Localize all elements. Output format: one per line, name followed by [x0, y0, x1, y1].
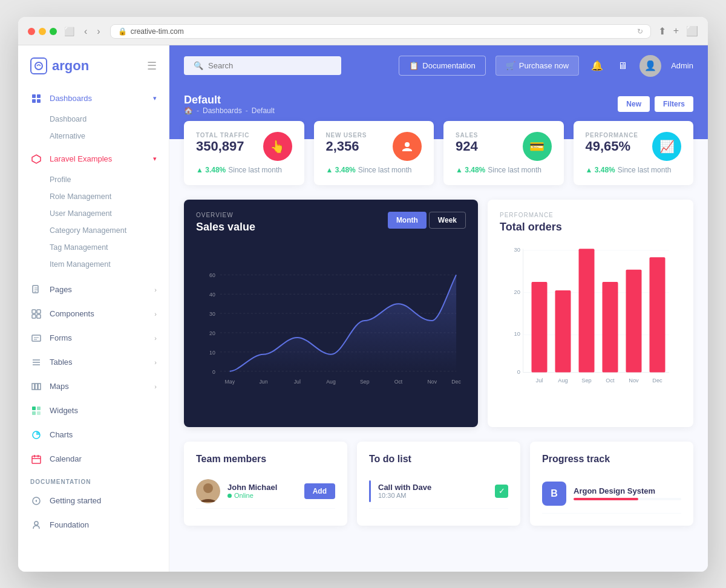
svg-rect-57	[650, 257, 666, 372]
svg-text:Nov: Nov	[427, 378, 437, 384]
member-info: John Michael Online	[227, 483, 297, 499]
svg-text:0: 0	[517, 369, 520, 375]
sidebar-item-category-management[interactable]: Category Management	[18, 222, 169, 239]
dashboards-arrow: ▾	[153, 94, 157, 102]
stat-label-3: PERFORMANCE	[586, 132, 638, 139]
sidebar-item-dashboards[interactable]: Dashboards ▾	[18, 87, 169, 111]
components-arrow: ›	[154, 310, 157, 318]
back-button[interactable]: ‹	[82, 25, 90, 38]
windows-icon[interactable]: ⬜	[686, 25, 698, 37]
breadcrumb-dashboards: Dashboards	[203, 106, 242, 115]
month-toggle-button[interactable]: Month	[388, 212, 427, 229]
laravel-icon	[30, 153, 42, 165]
stat-icon-1	[393, 132, 422, 161]
svg-rect-1	[32, 94, 36, 98]
shield-icon: 🔒	[118, 27, 127, 36]
stats-row: TOTAL TRAFFIC 350,897 👆 ▲ 3.48% Since la…	[184, 121, 693, 185]
sidebar-item-calendar[interactable]: Calendar	[18, 447, 169, 471]
add-member-button[interactable]: Add	[304, 483, 335, 499]
svg-text:Nov: Nov	[629, 377, 639, 384]
todo-check[interactable]: ✓	[495, 485, 508, 498]
maximize-button[interactable]	[50, 28, 57, 35]
sidebar-item-charts[interactable]: Charts	[18, 423, 169, 447]
member-status: Online	[227, 492, 297, 499]
sidebar-item-getting-started[interactable]: Getting started	[18, 489, 169, 513]
svg-rect-15	[32, 407, 36, 410]
team-member-item: John Michael Online Add	[196, 474, 335, 509]
forward-button[interactable]: ›	[94, 25, 102, 38]
svg-rect-2	[37, 94, 41, 98]
sidebar-item-tables[interactable]: Tables ›	[18, 350, 169, 374]
svg-rect-56	[626, 269, 642, 372]
widgets-label: Widgets	[50, 406, 157, 415]
traffic-lights	[28, 28, 57, 35]
add-tab-icon[interactable]: +	[673, 25, 679, 37]
stat-label-0: TOTAL TRAFFIC	[196, 132, 249, 139]
sidebar-item-item-management[interactable]: Item Management	[18, 256, 169, 273]
svg-rect-20	[32, 456, 41, 463]
week-toggle-button[interactable]: Week	[429, 212, 466, 229]
dashboards-icon	[30, 93, 42, 105]
sidebar-item-dashboard[interactable]: Dashboard	[18, 111, 169, 128]
avatar[interactable]: 👤	[639, 55, 661, 77]
maps-arrow: ›	[154, 383, 157, 390]
sales-chart-card: OVERVIEW Sales value Month Week	[184, 200, 478, 427]
reload-icon[interactable]: ↻	[637, 27, 643, 36]
notification-icon[interactable]: 🔔	[589, 57, 606, 74]
sidebar-item-tag-management[interactable]: Tag Management	[18, 239, 169, 256]
maps-icon	[30, 381, 42, 393]
minimize-button[interactable]	[39, 28, 46, 35]
stat-footer-0: ▲ 3.48% Since last month	[196, 166, 292, 174]
charts-label: Charts	[50, 430, 157, 439]
stat-footer-1: ▲ 3.48% Since last month	[326, 166, 422, 174]
share-icon[interactable]: ⬆	[658, 25, 666, 37]
svg-rect-14	[38, 384, 41, 390]
progress-bar-bg	[574, 498, 681, 500]
close-button[interactable]	[28, 28, 35, 35]
svg-rect-52	[532, 282, 548, 373]
todo-info: Call with Dave 10:30 AM	[378, 483, 495, 499]
svg-rect-4	[37, 99, 41, 103]
member-avatar	[196, 479, 220, 503]
svg-text:20: 20	[209, 330, 215, 336]
charts-row: OVERVIEW Sales value Month Week	[184, 200, 693, 427]
sidebar-item-user-management[interactable]: User Management	[18, 205, 169, 222]
sidebar-item-role-management[interactable]: Role Management	[18, 188, 169, 205]
documentation-button[interactable]: 📋 Documentation	[399, 56, 485, 76]
svg-rect-55	[603, 282, 618, 373]
search-input[interactable]	[208, 61, 332, 70]
url-bar[interactable]: 🔒 creative-tim.com ↻	[110, 24, 651, 39]
sidebar-item-components[interactable]: Components ›	[18, 302, 169, 326]
hamburger-icon[interactable]: ☰	[147, 59, 157, 73]
tables-icon	[30, 356, 42, 368]
purchase-button[interactable]: 🛒 Purchase now	[495, 56, 579, 76]
calendar-label: Calendar	[50, 454, 157, 463]
sidebar-toggle-icon[interactable]: ⬜	[64, 27, 74, 36]
sidebar-item-laravel-examples[interactable]: Laravel Examples ▾	[18, 147, 169, 171]
sidebar-item-pages[interactable]: Pages ›	[18, 278, 169, 302]
sidebar-item-alternative[interactable]: Alternative	[18, 128, 169, 145]
svg-rect-11	[32, 335, 41, 341]
svg-text:Jul: Jul	[536, 377, 543, 384]
components-label: Components	[50, 309, 154, 318]
monitor-icon[interactable]: 🖥	[615, 58, 630, 74]
page-title: Default	[184, 94, 275, 106]
sidebar-item-foundation[interactable]: Foundation	[18, 513, 169, 537]
filters-button[interactable]: Filters	[655, 96, 693, 112]
search-box[interactable]: 🔍	[184, 56, 341, 75]
tables-arrow: ›	[154, 359, 157, 366]
new-button[interactable]: New	[618, 96, 650, 112]
stat-footer-3: ▲ 3.48% Since last month	[586, 166, 682, 174]
sidebar-brand: argon ☰	[18, 57, 169, 87]
sidebar-item-forms[interactable]: Forms ›	[18, 326, 169, 350]
team-members-title: Team members	[196, 454, 335, 465]
sales-chart-svg: 0 10 20 30 40 60	[196, 243, 466, 413]
stat-change-1: ▲ 3.48%	[326, 166, 356, 174]
svg-marker-5	[32, 155, 41, 163]
breadcrumb: 🏠 - Dashboards - Default	[184, 106, 275, 115]
sidebar-item-profile[interactable]: Profile	[18, 171, 169, 188]
sidebar-item-widgets[interactable]: Widgets	[18, 399, 169, 423]
svg-text:Oct: Oct	[394, 378, 403, 384]
progress-bar-fill	[574, 498, 638, 500]
sidebar-item-maps[interactable]: Maps ›	[18, 374, 169, 399]
